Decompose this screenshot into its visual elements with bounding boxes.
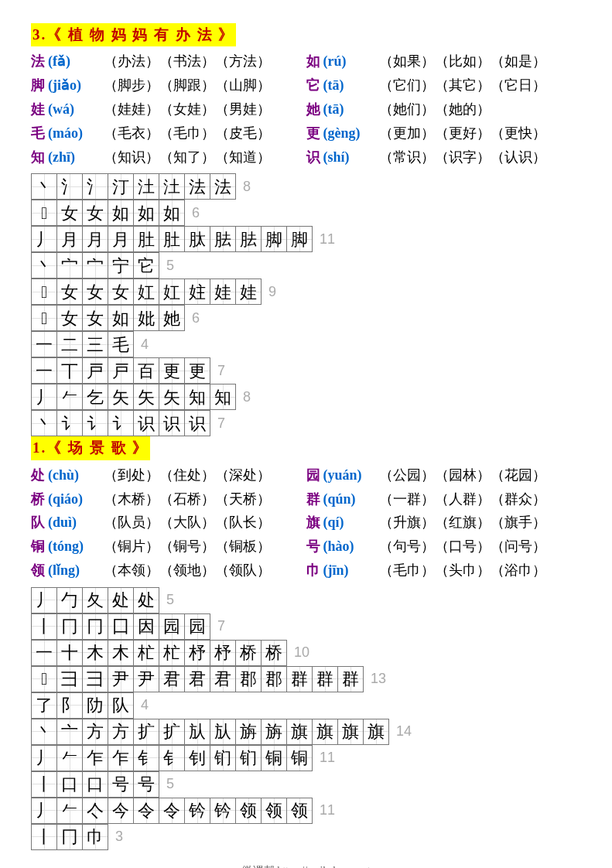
stroke-cell: 领 — [261, 798, 287, 824]
stroke-cell: 一 — [31, 357, 57, 384]
stroke-cell: 丨 — [31, 613, 57, 640]
stroke-cell: 𡿨 — [31, 305, 57, 331]
stroke-cell: 识 — [184, 410, 210, 436]
stroke-cell: 丿 — [31, 226, 57, 252]
stroke-cell: 如 — [108, 200, 134, 226]
vocab-pinyin: (chù) — [48, 464, 104, 487]
stroke-row: 丶宀宀宁它5 — [31, 252, 581, 279]
stroke-cell: 肽 — [184, 226, 210, 252]
stroke-cell: 丨 — [31, 771, 57, 798]
stroke-row: 𡿨女女如妣她6 — [31, 305, 581, 331]
stroke-row: 丨冂冂囗因园园7 — [31, 613, 581, 640]
stroke-cell: 旗 — [312, 719, 338, 745]
stroke-cell: 法 — [184, 173, 210, 200]
vocab-words: （知识）（知了）（知道） — [104, 146, 271, 169]
stroke-cell: 亠 — [56, 719, 83, 745]
vocab-row: 旗(qí)（升旗）（红旗）（旗手） — [306, 511, 582, 534]
vocab-words: （队员）（大队）（队长） — [104, 511, 271, 534]
stroke-cell: 铜 — [286, 745, 313, 771]
stroke-row: 了阝阞队4 — [31, 692, 581, 719]
vocab-char: 它 — [306, 74, 323, 97]
vocab-row: 桥(qiáo)（木桥）（石桥）（天桥） — [31, 488, 306, 511]
vocab-words: （升旗）（红旗）（旗手） — [379, 511, 546, 534]
stroke-cell: 如 — [108, 305, 134, 331]
stroke-row: 丶氵氵汀汢汢法法8 — [31, 173, 581, 200]
vocab-pinyin: (duì) — [48, 511, 104, 534]
vocab-char: 桥 — [31, 488, 48, 511]
stroke-cell: 令 — [159, 798, 185, 824]
stroke-cell: 𡿨 — [31, 279, 57, 305]
stroke-count: 7 — [217, 615, 225, 637]
stroke-cell: 彐 — [56, 666, 83, 692]
stroke-row: 丿勹夂处处5 — [31, 587, 581, 613]
stroke-cell: 更 — [184, 357, 210, 384]
stroke-row: 丨口口号号5 — [31, 771, 581, 798]
vocab-pinyin: (jīn) — [323, 559, 379, 582]
stroke-cell: 知 — [184, 384, 210, 410]
stroke-cell: 君 — [184, 666, 210, 692]
stroke-cell: 宀 — [82, 252, 108, 279]
stroke-count: 10 — [294, 641, 309, 664]
stroke-cell: 丶 — [31, 719, 57, 745]
stroke-row: 𡿨女女如如如6 — [31, 200, 581, 226]
vocab-char: 法 — [31, 50, 48, 73]
vocab-row: 毛(máo)（毛衣）（毛巾）（皮毛） — [31, 122, 306, 145]
stroke-cell: 尹 — [133, 666, 159, 692]
vocab-row: 铜(tóng)（铜片）（铜号）（铜板） — [31, 535, 306, 558]
vocab-row: 巾 (jīn)（毛巾）（头巾）（浴巾） — [306, 559, 582, 582]
stroke-cell: 方 — [82, 719, 108, 745]
stroke-cell: 囗 — [108, 613, 134, 640]
stroke-cell: 杼 — [184, 640, 210, 666]
stroke-cell: 号 — [133, 771, 159, 798]
stroke-cell: 木 — [82, 640, 108, 666]
vocab-row: 她(tā)（她们）（她的） — [306, 98, 582, 121]
stroke-row: 一二三毛4 — [31, 331, 581, 357]
stroke-cell: 旗 — [337, 719, 364, 745]
stroke-cell: 娃 — [235, 279, 262, 305]
stroke-cell: 戸 — [108, 357, 134, 384]
stroke-cell: 处 — [108, 587, 134, 613]
vocab-pinyin: (shí) — [323, 146, 379, 169]
stroke-cell: 园 — [159, 613, 185, 640]
stroke-cell: 桥 — [261, 640, 287, 666]
stroke-cell: 𠃍 — [31, 666, 57, 692]
vocab-char: 队 — [31, 511, 48, 534]
vocab-char: 园 — [306, 464, 323, 487]
vocab-char: 铜 — [31, 535, 48, 558]
stroke-row: 丶亠方方扩扩㫃㫃旃旃旗旗旗旗14 — [31, 719, 581, 745]
stroke-cell: 处 — [133, 587, 159, 613]
stroke-cell: 肚 — [159, 226, 185, 252]
stroke-cell: 领 — [286, 798, 313, 824]
vocab-row: 园(yuán)（公园）（园林）（花园） — [306, 464, 582, 487]
stroke-cell: 她 — [159, 305, 185, 331]
vocab-words: （毛衣）（毛巾）（皮毛） — [104, 122, 271, 145]
stroke-block: 丶氵氵汀汢汢法法8𡿨女女如如如6丿月月月肚肚肽胠胠脚脚11丶宀宀宁它5𡿨女女女妅… — [31, 173, 581, 436]
stroke-count: 3 — [115, 825, 123, 848]
stroke-cell: 杼 — [210, 640, 236, 666]
vocab-block: 法(fǎ)（办法）（书法）（方法）脚(jiǎo)（脚步）（脚跟）（山脚）娃(wá… — [31, 50, 581, 169]
stroke-cell: 识 — [159, 410, 185, 436]
stroke-cell: 如 — [159, 200, 185, 226]
stroke-cell: 脚 — [261, 226, 287, 252]
stroke-row: 丶讠讠讠识识识7 — [31, 410, 581, 436]
stroke-cell: 木 — [108, 640, 134, 666]
stroke-cell: 群 — [312, 666, 338, 692]
section-title: 3.《 植 物 妈 妈 有 办 法 》 — [31, 23, 236, 46]
stroke-row: 丿月月月肚肚肽胠胠脚脚11 — [31, 226, 581, 252]
vocab-pinyin: (qún) — [323, 488, 379, 511]
vocab-row: 号(hào)（句号）（口号）（问号） — [306, 535, 582, 558]
vocab-row: 识(shí)（常识）（识字）（认识） — [306, 146, 582, 169]
stroke-cell: 女 — [56, 200, 83, 226]
stroke-cell: 阞 — [82, 692, 108, 719]
stroke-cell: 𠂉 — [56, 798, 83, 824]
stroke-cell: 钅 — [133, 745, 159, 771]
vocab-char: 旗 — [306, 511, 323, 534]
stroke-cell: 胠 — [235, 226, 262, 252]
stroke-cell: 丶 — [31, 173, 57, 200]
vocab-row: 队(duì)（队员）（大队）（队长） — [31, 511, 306, 534]
stroke-cell: 阝 — [56, 692, 83, 719]
stroke-count: 8 — [243, 176, 251, 198]
stroke-cell: 旗 — [286, 719, 313, 745]
stroke-cell: 旃 — [235, 719, 262, 745]
stroke-cell: 君 — [159, 666, 185, 692]
